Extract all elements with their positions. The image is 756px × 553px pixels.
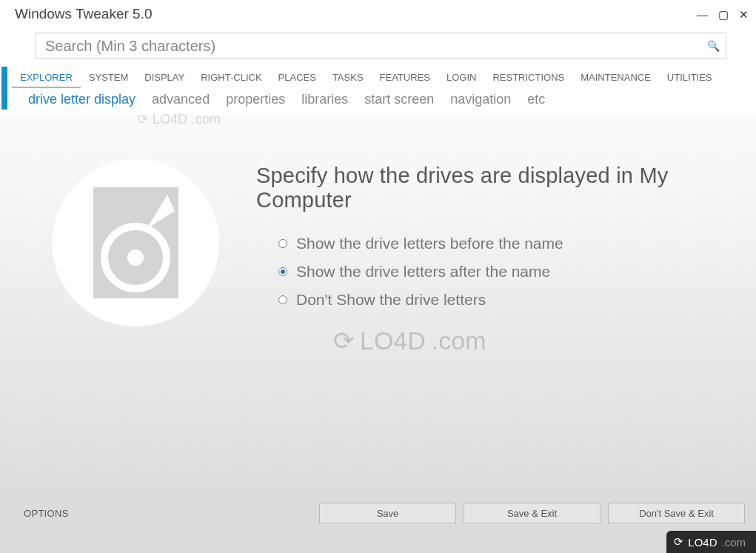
tab-maintenance[interactable]: MAINTENANCE: [572, 67, 659, 88]
tab-utilities[interactable]: UTILITIES: [659, 67, 720, 88]
radio-icon: [278, 295, 287, 304]
subtab-drive-letter-display[interactable]: drive letter display: [28, 92, 136, 107]
radio-icon: [278, 267, 287, 276]
lo4d-badge: ⟳ LO4D.com: [666, 531, 756, 553]
tab-explorer[interactable]: EXPLORER: [12, 67, 81, 88]
minimize-button[interactable]: —: [697, 9, 708, 20]
sub-tabs: drive letter display advanced properties…: [12, 88, 720, 115]
dont-save-exit-button[interactable]: Don't Save & Exit: [608, 503, 745, 523]
maximize-button[interactable]: ▢: [718, 9, 729, 20]
tab-restrictions[interactable]: RESTRICTIONS: [484, 67, 572, 88]
save-exit-button[interactable]: Save & Exit: [464, 503, 601, 523]
subtab-etc[interactable]: etc: [527, 92, 545, 107]
radio-label: Don't Show the drive letters: [296, 291, 486, 309]
subtab-start-screen[interactable]: start screen: [364, 92, 434, 107]
radio-option-after[interactable]: Show the drive letters after the name: [278, 263, 719, 281]
window-title: Windows Tweaker 5.0: [15, 6, 697, 22]
accent-strip: [1, 67, 7, 110]
hard-drive-icon: [93, 187, 178, 298]
tab-login[interactable]: LOGIN: [438, 67, 484, 88]
search-icon[interactable]: 🔍: [700, 40, 726, 52]
search-input[interactable]: [36, 35, 700, 58]
search-box[interactable]: 🔍: [36, 33, 726, 59]
drive-icon: [52, 159, 219, 326]
tab-system[interactable]: SYSTEM: [81, 67, 136, 88]
radio-option-none[interactable]: Don't Show the drive letters: [278, 291, 719, 309]
svg-point-2: [127, 249, 144, 266]
subtab-advanced[interactable]: advanced: [152, 92, 210, 107]
subtab-navigation[interactable]: navigation: [450, 92, 511, 107]
radio-icon: [278, 239, 287, 248]
tab-right-click[interactable]: RIGHT-CLICK: [193, 67, 270, 88]
radio-label: Show the drive letters before the name: [296, 235, 563, 252]
tab-display[interactable]: DISPLAY: [136, 67, 193, 88]
main-tabs: EXPLORER SYSTEM DISPLAY RIGHT-CLICK PLAC…: [12, 67, 720, 88]
radio-group: Show the drive letters before the name S…: [256, 235, 719, 309]
save-button[interactable]: Save: [319, 503, 456, 523]
radio-option-before[interactable]: Show the drive letters before the name: [278, 235, 719, 252]
section-heading: Specify how the drives are displayed in …: [256, 164, 719, 212]
tab-tasks[interactable]: TASKS: [324, 67, 372, 88]
tab-places[interactable]: PLACES: [270, 67, 324, 88]
close-button[interactable]: ✕: [739, 9, 749, 20]
options-link[interactable]: OPTIONS: [24, 508, 69, 519]
radio-label: Show the drive letters after the name: [296, 263, 550, 281]
tab-features[interactable]: FEATURES: [372, 67, 438, 88]
subtab-properties[interactable]: properties: [226, 92, 285, 107]
subtab-libraries[interactable]: libraries: [301, 92, 348, 107]
